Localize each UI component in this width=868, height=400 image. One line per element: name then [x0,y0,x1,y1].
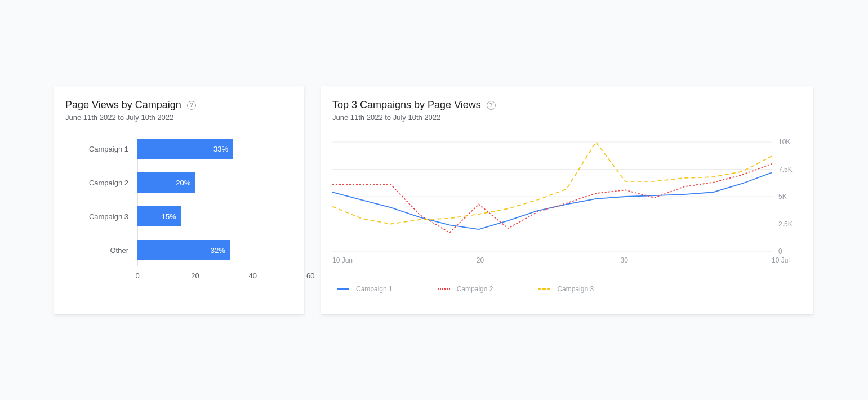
legend-item-campaign-3: Campaign 3 [538,285,594,293]
legend-item-campaign-2: Campaign 2 [438,285,493,293]
bar-category-label: Campaign 2 [65,179,133,187]
svg-text:0: 0 [778,247,782,255]
x-axis-tick: 20 [191,272,199,280]
legend-label: Campaign 1 [356,285,393,293]
gridline [282,139,282,266]
line-chart: 02.5K5K7.5K10K10 Jun203010 Jul [332,139,802,268]
bar-fill[interactable]: 20% [137,172,195,193]
legend-item-campaign-1: Campaign 1 [337,285,393,293]
svg-text:10K: 10K [778,138,790,146]
help-icon[interactable]: ? [487,101,496,110]
page-views-by-campaign-card: Page Views by Campaign ? June 11th 2022 … [54,86,304,314]
bar-row: Campaign 315% [137,206,282,226]
x-axis-tick: 0 [135,272,139,280]
svg-text:10 Jul: 10 Jul [772,256,790,264]
svg-text:10 Jun: 10 Jun [332,256,353,264]
card-title: Page Views by Campaign [65,99,181,111]
bar-row: Campaign 133% [137,139,282,159]
bar-track: 15% [137,206,282,226]
svg-text:30: 30 [620,256,628,264]
bar-category-label: Other [65,246,133,255]
legend-swatch [337,288,349,290]
legend: Campaign 1 Campaign 2 Campaign 3 [332,285,802,293]
bar-track: 33% [137,139,282,159]
bar-category-label: Campaign 3 [65,212,133,221]
top-campaigns-card: Top 3 Campaigns by Page Views ? June 11t… [321,86,813,314]
legend-swatch [438,288,450,290]
bar-row: Campaign 220% [137,172,282,193]
bar-plot-area: Campaign 133%Campaign 220%Campaign 315%O… [137,139,282,260]
bar-fill[interactable]: 32% [137,240,230,260]
bar-x-axis: 0204060 [137,268,282,285]
bar-track: 20% [137,172,282,193]
legend-swatch [538,288,550,290]
svg-text:5K: 5K [778,193,787,201]
line-series-1 [332,172,772,229]
bar-chart: Campaign 133%Campaign 220%Campaign 315%O… [65,139,293,285]
card-subtitle: June 11th 2022 to July 10th 2022 [65,113,293,122]
line-series-3 [332,142,772,224]
help-icon[interactable]: ? [187,101,196,110]
svg-text:7.5K: 7.5K [778,166,793,174]
line-chart-svg: 02.5K5K7.5K10K10 Jun203010 Jul [332,139,802,268]
card-header: Page Views by Campaign ? [65,99,293,111]
legend-label: Campaign 2 [457,285,493,293]
bar-fill[interactable]: 33% [137,139,233,159]
bar-row: Other32% [137,240,282,260]
x-axis-tick: 60 [306,272,314,280]
bar-fill[interactable]: 15% [137,206,181,226]
card-header: Top 3 Campaigns by Page Views ? [332,99,802,111]
legend-label: Campaign 3 [557,285,594,293]
svg-text:20: 20 [477,256,484,264]
card-subtitle: June 11th 2022 to July 10th 2022 [332,113,802,122]
svg-text:2.5K: 2.5K [778,220,793,228]
bar-category-label: Campaign 1 [65,145,133,153]
card-title: Top 3 Campaigns by Page Views [332,99,481,111]
bar-track: 32% [137,240,282,260]
x-axis-tick: 40 [249,272,257,280]
